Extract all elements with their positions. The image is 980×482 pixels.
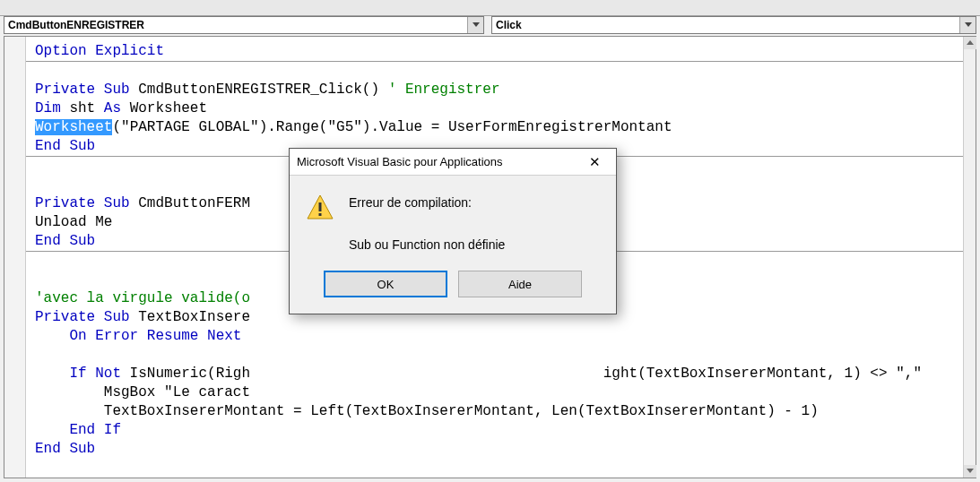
code-token: MsgBox "Le caract (35, 384, 250, 400)
code-token: CmdButtonENREGISTRER_Click() (130, 82, 388, 98)
dialog-message-line2: Sub ou Function non définie (349, 236, 505, 254)
code-token: End Sub (35, 441, 95, 457)
code-token: 'avec la virgule valide(o (35, 290, 250, 306)
code-token: Unload Me (35, 214, 112, 230)
code-token: On Error Resume Next (35, 328, 241, 344)
code-token: Worksheet (121, 100, 207, 116)
code-margin (4, 37, 26, 478)
chevron-down-icon[interactable] (467, 17, 483, 33)
chevron-down-icon[interactable] (959, 17, 976, 33)
code-token: TextBoxInsererMontant = Left(TextBoxInse… (35, 403, 819, 419)
code-token: End Sub (35, 233, 95, 249)
error-dialog: Microsoft Visual Basic pour Applications… (289, 148, 617, 314)
scroll-up-icon[interactable] (964, 37, 976, 49)
code-token: As (104, 100, 121, 116)
code-token: ight(TextBoxInsererMontant, 1) <> "," (603, 366, 922, 382)
dialog-message: Erreur de compilation: Sub ou Function n… (349, 194, 505, 254)
procedure-combo-text: Click (492, 19, 959, 31)
highlighted-token: Worksheet (35, 119, 112, 135)
code-token: Dim (35, 100, 61, 116)
code-token: IsNumeric(Righ (121, 366, 250, 382)
object-combobox[interactable]: CmdButtonENREGISTRER (4, 16, 484, 34)
object-proc-row: CmdButtonENREGISTRER Click (4, 16, 976, 34)
ok-button[interactable]: OK (324, 271, 447, 297)
code-token: Option Explicit (35, 43, 164, 59)
help-button[interactable]: Aide (458, 271, 582, 297)
code-token: Private Sub (35, 309, 130, 325)
vertical-scrollbar[interactable] (963, 37, 976, 478)
dialog-title-text: Microsoft Visual Basic pour Applications (297, 155, 580, 168)
scroll-down-icon[interactable] (964, 465, 976, 478)
dialog-message-line1: Erreur de compilation: (349, 194, 505, 212)
code-token: ("PARTAGE GLOBAL").Range("G5").Value = U… (112, 119, 672, 135)
dialog-body: Erreur de compilation: Sub ou Function n… (290, 176, 616, 260)
proc-divider (26, 61, 967, 62)
dialog-titlebar[interactable]: Microsoft Visual Basic pour Applications… (290, 149, 616, 176)
warning-icon (306, 194, 334, 222)
code-token: Private Sub (35, 82, 130, 98)
code-token: ' Enregistrer (388, 82, 500, 98)
code-token: End If (35, 422, 121, 438)
procedure-combobox[interactable]: Click (491, 16, 976, 34)
dialog-button-row: OK Aide (290, 260, 616, 314)
code-token: TextBoxInsere (130, 309, 250, 325)
code-token: If Not (35, 366, 121, 382)
svg-rect-1 (319, 213, 322, 216)
code-token: CmdButtonFERM (130, 195, 250, 211)
close-icon[interactable]: ✕ (580, 151, 609, 173)
code-token: sht (61, 100, 104, 116)
code-token: End Sub (35, 138, 95, 154)
object-combo-text: CmdButtonENREGISTRER (4, 19, 467, 31)
code-token: Private Sub (35, 195, 130, 211)
svg-rect-0 (319, 202, 322, 211)
toolbar-strip (0, 0, 980, 16)
